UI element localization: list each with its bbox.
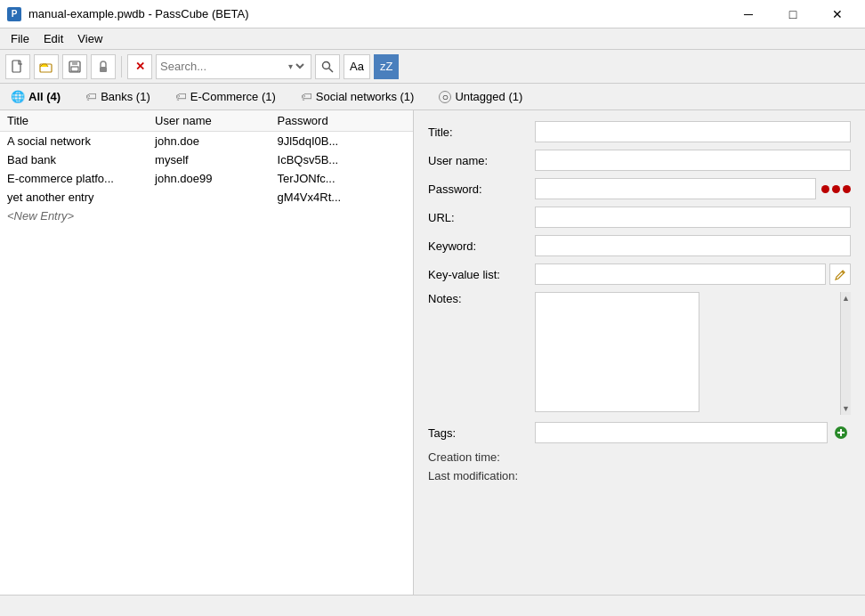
table-row[interactable]: E-commerce platfo... john.doe99 TerJONfc… <box>0 169 413 188</box>
untagged-icon: ○ <box>439 91 451 103</box>
creation-time-row: Creation time: <box>428 450 851 464</box>
entry-title: E-commerce platfo... <box>0 169 148 188</box>
keyvalue-row: Key-value list: <box>428 263 851 285</box>
lock-button[interactable] <box>91 54 116 79</box>
category-ecommerce-label: E-Commerce (1) <box>190 90 276 103</box>
col-header-title: Title <box>0 110 148 132</box>
notes-label: Notes: <box>428 292 535 305</box>
entry-username: john.doe <box>148 132 270 151</box>
right-panel: Title: User name: Password: URL: Keyword… <box>414 110 865 595</box>
menu-edit[interactable]: Edit <box>36 30 70 47</box>
close-window-button[interactable]: ✕ <box>817 4 858 25</box>
creation-time-label: Creation time: <box>428 450 500 464</box>
url-input[interactable] <box>535 207 851 228</box>
entry-title: Bad bank <box>0 150 148 169</box>
url-label: URL: <box>428 211 535 224</box>
keyword-label: Keyword: <box>428 239 535 253</box>
window-controls: ─ □ ✕ <box>728 4 858 25</box>
new-file-button[interactable] <box>5 54 30 79</box>
keyvalue-input[interactable] <box>535 263 826 285</box>
notes-row: Notes: ▲ ▼ <box>428 292 851 415</box>
notes-textarea[interactable] <box>535 292 699 412</box>
title-input[interactable] <box>535 121 851 142</box>
main-content: Title User name Password A social networ… <box>0 110 865 595</box>
open-file-button[interactable] <box>34 54 59 79</box>
svg-rect-0 <box>12 61 20 72</box>
entry-title: yet another entry <box>0 188 148 207</box>
ecommerce-icon: 🏷 <box>175 90 187 103</box>
svg-rect-4 <box>71 67 78 71</box>
password-input[interactable] <box>535 178 816 199</box>
col-header-password: Password <box>271 110 413 132</box>
maximize-button[interactable]: □ <box>772 4 813 25</box>
table-row[interactable]: A social network john.doe 9Jl5dqI0B... <box>0 132 413 151</box>
modification-row: Last modification: <box>428 469 851 482</box>
category-untagged-label: Untagged (1) <box>455 90 522 103</box>
svg-rect-3 <box>72 61 77 65</box>
all-icon: 🌐 <box>11 90 25 103</box>
entry-password: IcBQsv5B... <box>271 150 413 169</box>
title-label: Title: <box>428 126 535 139</box>
status-bar <box>0 595 865 616</box>
dot-1 <box>821 185 829 193</box>
entry-table: Title User name Password A social networ… <box>0 110 413 225</box>
clear-button[interactable]: ✕ <box>127 54 152 79</box>
save-file-button[interactable] <box>62 54 87 79</box>
entry-password: TerJONfc... <box>271 169 413 188</box>
svg-rect-5 <box>100 67 107 72</box>
category-banks-label: Banks (1) <box>101 90 150 103</box>
entry-password: 9Jl5dqI0B... <box>271 132 413 151</box>
category-ecommerce[interactable]: 🏷 E-Commerce (1) <box>172 88 279 105</box>
toolbar: ✕ ▾ Aa zZ <box>0 50 865 84</box>
keyword-input[interactable] <box>535 235 851 256</box>
col-header-username: User name <box>148 110 270 132</box>
sort-button[interactable]: zZ <box>374 54 399 79</box>
edit-keyvalue-button[interactable] <box>829 263 851 285</box>
entry-password: gM4Vx4Rt... <box>271 188 413 207</box>
modification-label: Last modification: <box>428 469 518 482</box>
category-bar: 🌐 All (4) 🏷 Banks (1) 🏷 E-Commerce (1) 🏷… <box>0 84 865 110</box>
table-row[interactable]: Bad bank myself IcBQsv5B... <box>0 150 413 169</box>
category-all-label: All (4) <box>28 90 61 103</box>
keyvalue-label: Key-value list: <box>428 268 535 281</box>
add-tag-button[interactable] <box>831 423 851 442</box>
category-banks[interactable]: 🏷 Banks (1) <box>82 88 154 105</box>
tags-input[interactable] <box>535 422 828 443</box>
toolbar-separator <box>121 56 122 77</box>
new-entry-row[interactable]: <New Entry> <box>0 207 413 225</box>
app-icon: P <box>7 7 21 21</box>
password-row: Password: <box>428 178 851 199</box>
keyword-row: Keyword: <box>428 235 851 256</box>
username-input[interactable] <box>535 150 851 171</box>
window-title: manual-example.pwdb - PassCube (BETA) <box>28 7 728 20</box>
url-row: URL: <box>428 207 851 228</box>
social-icon: 🏷 <box>301 90 312 103</box>
username-row: User name: <box>428 150 851 171</box>
minimize-button[interactable]: ─ <box>728 4 769 25</box>
left-panel: Title User name Password A social networ… <box>0 110 414 595</box>
password-dots <box>821 185 851 193</box>
svg-point-6 <box>323 61 330 69</box>
category-all[interactable]: 🌐 All (4) <box>7 88 64 105</box>
title-row: Title: <box>428 121 851 142</box>
menu-file[interactable]: File <box>4 30 36 47</box>
entry-username: myself <box>148 150 270 169</box>
tags-row: Tags: <box>428 422 851 443</box>
new-entry-label: <New Entry> <box>0 207 413 225</box>
entry-username <box>148 188 270 207</box>
dot-3 <box>843 185 851 193</box>
username-label: User name: <box>428 154 535 167</box>
search-button[interactable] <box>315 54 340 79</box>
entry-username: john.doe99 <box>148 169 270 188</box>
menu-view[interactable]: View <box>70 30 109 47</box>
category-social[interactable]: 🏷 Social networks (1) <box>297 88 418 105</box>
case-sensitive-button[interactable]: Aa <box>344 54 370 79</box>
search-dropdown[interactable]: ▾ <box>285 61 307 72</box>
entry-title: A social network <box>0 132 148 151</box>
password-label: Password: <box>428 182 535 196</box>
table-row[interactable]: yet another entry gM4Vx4Rt... <box>0 188 413 207</box>
category-social-label: Social networks (1) <box>316 90 415 103</box>
search-input[interactable] <box>160 60 285 73</box>
search-container: ▾ <box>156 54 311 79</box>
category-untagged[interactable]: ○ Untagged (1) <box>435 88 526 105</box>
